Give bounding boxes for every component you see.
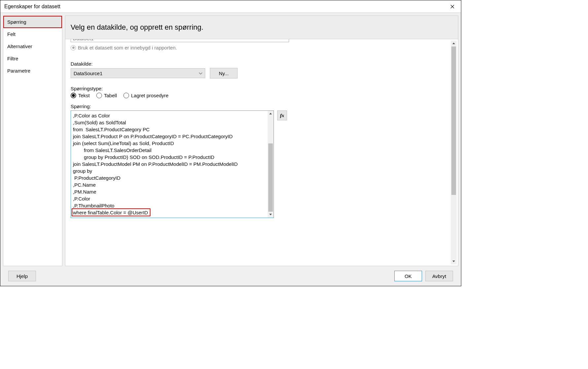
sidebar: Spørring Felt Alternativer Filtre Parame… (3, 15, 62, 266)
sidebar-item-filtre[interactable]: Filtre (3, 52, 62, 65)
query-scrollbar[interactable] (268, 111, 274, 218)
radio-icon (71, 93, 76, 98)
sidebar-item-label: Spørring (7, 19, 26, 25)
qtype-label: Spørringstype: (71, 86, 449, 91)
query-row: ,P.Color as Color ,Sum(Sold) as SoldTota… (71, 110, 449, 218)
fx-icon: fx (280, 113, 284, 118)
scroll-down-icon[interactable] (451, 259, 457, 264)
cancel-button[interactable]: Avbryt (425, 271, 453, 281)
sidebar-item-label: Felt (7, 31, 16, 37)
titlebar: Egenskaper for datasett (0, 0, 461, 13)
radio-icon (96, 93, 102, 98)
content-body: DataSet1 Bruk et datasett som er innebyg… (65, 39, 458, 266)
query-type-row: Tekst Tabell Lagret prosedyre (71, 93, 449, 98)
sidebar-item-parametre[interactable]: Parametre (3, 65, 62, 77)
sidebar-item-label: Alternativer (7, 44, 32, 49)
expression-button[interactable]: fx (277, 110, 287, 120)
query-label: Spørring: (71, 104, 449, 109)
datasource-selected-value: DataSource1 (74, 71, 103, 76)
dataset-name-input-cutoff[interactable]: DataSet1 (71, 39, 289, 42)
scroll-track[interactable] (268, 117, 274, 212)
scroll-thumb[interactable] (451, 46, 456, 195)
sidebar-item-felt[interactable]: Felt (3, 28, 62, 40)
embedded-dataset-radio-label: Bruk et datasett som er innebygd i rappo… (78, 45, 177, 50)
qtype-option-lagret-prosedyre[interactable]: Lagret prosedyre (123, 93, 168, 98)
form-area: DataSet1 Bruk et datasett som er innebyg… (71, 39, 449, 218)
scroll-thumb[interactable] (268, 143, 273, 212)
window-title: Egenskaper for datasett (4, 4, 60, 10)
qtype-option-label: Tabell (104, 93, 117, 98)
qtype-option-label: Tekst (78, 93, 90, 98)
scroll-down-icon[interactable] (268, 212, 274, 218)
query-textarea-wrap: ,P.Color as Color ,Sum(Sold) as SoldTota… (71, 110, 274, 218)
sidebar-item-label: Filtre (7, 56, 18, 61)
datakilde-label: Datakilde: (71, 61, 449, 67)
qtype-option-tabell[interactable]: Tabell (96, 93, 117, 98)
page-title: Velg en datakilde, og opprett en spørrin… (71, 23, 453, 32)
sidebar-item-sporring[interactable]: Spørring (3, 16, 62, 28)
query-textarea[interactable]: ,P.Color as Color ,Sum(Sold) as SoldTota… (71, 110, 274, 218)
sidebar-item-alternativer[interactable]: Alternativer (3, 40, 62, 52)
scroll-track[interactable] (451, 46, 457, 259)
dialog-footer: Hjelp OK Avbryt (0, 266, 461, 286)
close-button[interactable] (448, 2, 457, 11)
dialog-window: Egenskaper for datasett Spørring Felt Al… (0, 0, 461, 286)
qtype-option-label: Lagret prosedyre (131, 93, 168, 98)
chevron-down-icon (199, 71, 202, 76)
datasource-row: DataSource1 Ny... (71, 68, 449, 78)
content-header: Velg en datakilde, og opprett en spørrin… (65, 16, 458, 39)
radio-icon (71, 45, 76, 50)
help-button[interactable]: Hjelp (8, 271, 36, 281)
ok-button[interactable]: OK (394, 271, 422, 281)
panel-scrollbar[interactable] (451, 41, 457, 264)
embedded-dataset-radio-row[interactable]: Bruk et datasett som er innebygd i rappo… (71, 45, 449, 50)
close-icon (450, 5, 454, 9)
scroll-up-icon[interactable] (451, 41, 457, 46)
content-panel: Velg en datakilde, og opprett en spørrin… (65, 15, 458, 266)
qtype-option-tekst[interactable]: Tekst (71, 93, 90, 98)
radio-icon (123, 93, 129, 98)
main-area: Spørring Felt Alternativer Filtre Parame… (0, 13, 461, 266)
datasource-select[interactable]: DataSource1 (71, 68, 205, 78)
scroll-up-icon[interactable] (268, 111, 274, 117)
new-datasource-button[interactable]: Ny... (210, 68, 238, 78)
sidebar-item-label: Parametre (7, 68, 30, 74)
